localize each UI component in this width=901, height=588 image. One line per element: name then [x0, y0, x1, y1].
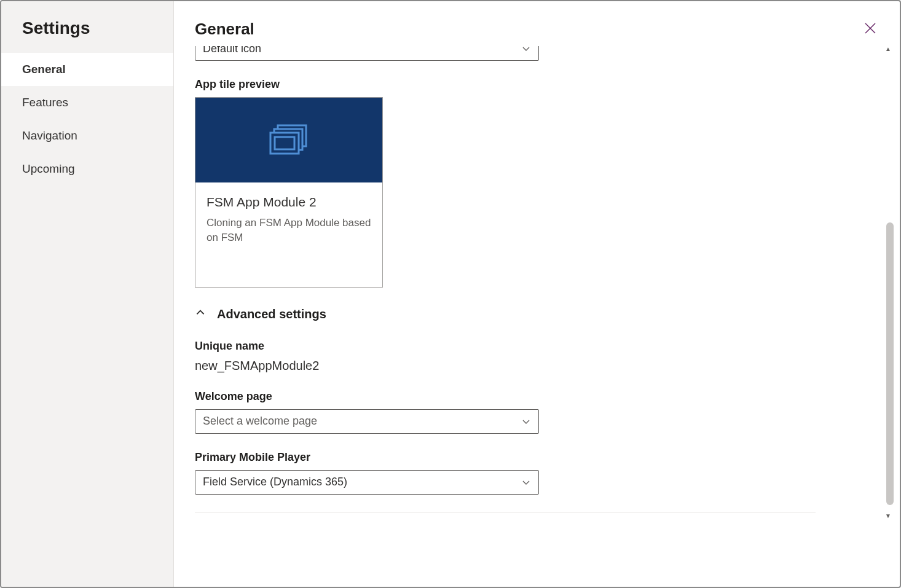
sidebar-item-features[interactable]: Features	[1, 86, 173, 119]
sidebar-item-label: General	[22, 63, 66, 76]
close-icon	[863, 21, 878, 37]
sidebar-title: Settings	[1, 1, 173, 53]
chevron-up-icon	[195, 307, 206, 321]
app-tile-title: FSM App Module 2	[207, 195, 371, 210]
sidebar: Settings General Features Navigation Upc…	[1, 1, 174, 587]
mobile-player-value: Field Service (Dynamics 365)	[203, 476, 347, 488]
welcome-page-select[interactable]: Select a welcome page	[195, 409, 539, 434]
divider	[195, 512, 816, 512]
settings-dialog: Settings General Features Navigation Upc…	[1, 1, 900, 587]
welcome-page-label: Welcome page	[195, 390, 816, 403]
advanced-settings-title: Advanced settings	[217, 307, 326, 321]
app-module-icon	[267, 122, 311, 159]
unique-name-label: Unique name	[195, 340, 816, 353]
main-panel: General ▲ ▼ Default icon	[174, 1, 900, 587]
mobile-player-label: Primary Mobile Player	[195, 451, 816, 464]
sidebar-item-label: Navigation	[22, 129, 77, 142]
mobile-player-select[interactable]: Field Service (Dynamics 365)	[195, 470, 539, 495]
app-tile-preview: FSM App Module 2 Cloning an FSM App Modu…	[195, 97, 383, 288]
app-tile-body: FSM App Module 2 Cloning an FSM App Modu…	[195, 182, 382, 287]
main-header: General	[174, 1, 900, 46]
close-button[interactable]	[859, 17, 881, 41]
main-scroll-area: Default icon App tile preview	[174, 46, 900, 587]
welcome-page-placeholder: Select a welcome page	[203, 415, 317, 428]
app-tile-icon-area	[195, 98, 382, 182]
icon-select[interactable]: Default icon	[195, 46, 539, 61]
sidebar-item-general[interactable]: General	[1, 53, 173, 86]
sidebar-item-label: Features	[22, 96, 68, 109]
advanced-settings-toggle[interactable]: Advanced settings	[195, 307, 816, 321]
unique-name-value: new_FSMAppModule2	[195, 359, 816, 373]
icon-select-value: Default icon	[203, 46, 261, 55]
tile-preview-label: App tile preview	[195, 78, 816, 91]
sidebar-item-navigation[interactable]: Navigation	[1, 119, 173, 152]
chevron-down-icon	[521, 46, 531, 53]
sidebar-item-upcoming[interactable]: Upcoming	[1, 152, 173, 186]
chevron-down-icon	[521, 417, 531, 426]
chevron-down-icon	[521, 477, 531, 487]
page-title: General	[195, 20, 254, 39]
sidebar-item-label: Upcoming	[22, 162, 75, 175]
app-tile-description: Cloning an FSM App Module based on FSM	[207, 216, 371, 245]
